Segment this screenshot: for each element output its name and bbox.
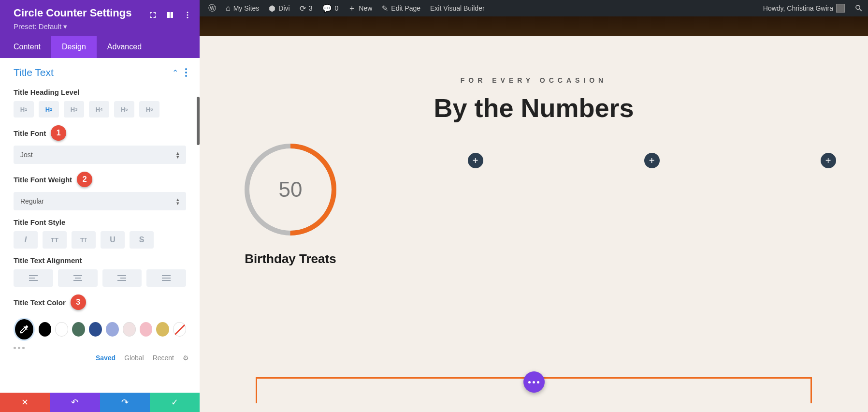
exit-vb-label: Exit Visual Builder [430, 4, 485, 12]
footer-recent[interactable]: Recent [153, 354, 174, 362]
divi-label: Divi [278, 4, 289, 12]
my-sites-link[interactable]: ⌂My Sites [221, 0, 264, 16]
sidebar-header: Circle Counter Settings Preset: Default … [0, 0, 200, 36]
redo-button[interactable]: ↷ [100, 393, 150, 412]
annotation-1: 1 [51, 125, 66, 141]
svg-point-2 [187, 17, 188, 18]
tab-advanced[interactable]: Advanced [97, 36, 152, 58]
page-banner [200, 16, 868, 36]
select-arrows-icon: ▴▾ [176, 197, 179, 205]
updates-icon: ⟳ [300, 4, 306, 13]
eyedropper-icon [19, 324, 29, 335]
expand-icon[interactable] [148, 11, 157, 19]
exit-vb-link[interactable]: Exit Visual Builder [425, 0, 490, 16]
tab-design[interactable]: Design [51, 36, 97, 58]
heading-h6[interactable]: H6 [139, 101, 159, 118]
wp-logo[interactable]: ⓦ [203, 0, 221, 16]
select-arrows-icon: ▴▾ [176, 151, 179, 159]
close-button[interactable]: ✕ [0, 393, 50, 412]
title-font-weight-label: Title Font Weight [14, 176, 72, 184]
color-swatch-gold[interactable] [156, 322, 169, 337]
style-underline[interactable]: U [101, 231, 125, 249]
heading-h3[interactable]: H3 [64, 101, 84, 118]
color-swatch-white[interactable] [55, 322, 68, 337]
title-font-label: Title Font [14, 129, 46, 137]
svg-point-1 [187, 15, 188, 16]
title-text-align-label: Title Text Alignment [14, 256, 186, 265]
title-font-weight-value: Regular [20, 197, 44, 205]
comments-count: 0 [335, 4, 339, 12]
settings-sidebar: Circle Counter Settings Preset: Default … [0, 0, 200, 412]
comments-link[interactable]: 💬0 [318, 0, 344, 16]
align-center[interactable] [58, 269, 98, 287]
preset-dropdown[interactable]: Preset: Default ▾ [14, 22, 192, 31]
settings-body: Title Text ⌃ Title Heading Level H1 H2 H… [0, 58, 200, 393]
page-preview: FOR EVERY OCCASION By the Numbers 50 Bir… [200, 36, 868, 412]
footer-global[interactable]: Global [124, 354, 144, 362]
color-swatch-black[interactable] [39, 322, 52, 337]
sidebar-action-bar: ✕ ↶ ↷ ✓ [0, 393, 200, 412]
more-options-icon[interactable] [0, 344, 200, 349]
settings-tabs: Content Design Advanced [0, 36, 200, 58]
title-font-style-label: Title Font Style [14, 218, 186, 226]
heading-h1[interactable]: H1 [14, 101, 34, 118]
svg-point-0 [187, 12, 188, 13]
title-text-color-label: Title Text Color [14, 298, 66, 307]
annotation-3: 3 [71, 294, 86, 310]
chevron-down-icon: ▾ [63, 22, 67, 30]
save-button[interactable]: ✓ [150, 393, 200, 412]
counter-value: 50 [242, 141, 339, 238]
my-sites-label: My Sites [233, 4, 260, 12]
howdy-label: Howdy, Christina Gwira [763, 4, 833, 12]
section-menu-fab[interactable] [523, 371, 545, 393]
color-swatch-blush[interactable] [123, 322, 136, 337]
color-swatch-periwinkle[interactable] [106, 322, 119, 337]
add-module-button[interactable]: + [821, 153, 836, 168]
align-right[interactable] [102, 269, 142, 287]
collapse-icon[interactable]: ⌃ [172, 68, 178, 77]
tab-content[interactable]: Content [0, 36, 51, 58]
sites-icon: ⌂ [226, 4, 231, 13]
title-font-value: Jost [20, 151, 33, 159]
divi-link[interactable]: ⬢Divi [264, 0, 294, 16]
style-strikethrough[interactable]: S [130, 231, 154, 249]
add-module-button[interactable]: + [644, 153, 660, 168]
search-icon [854, 4, 863, 13]
color-swatch-green[interactable] [72, 322, 85, 337]
preview-title: By the Numbers [200, 93, 868, 123]
avatar [836, 4, 845, 13]
align-justify[interactable] [146, 269, 186, 287]
columns-icon[interactable] [166, 11, 174, 19]
color-swatch-pink[interactable] [140, 322, 153, 337]
align-left[interactable] [14, 269, 53, 287]
counter-label: Birthday Treats [245, 251, 336, 266]
preview-subtitle: FOR EVERY OCCASION [200, 76, 868, 84]
annotation-2: 2 [77, 172, 92, 187]
edit-page-link[interactable]: ✎Edit Page [377, 0, 425, 16]
more-icon[interactable] [183, 11, 192, 19]
section-title-text[interactable]: Title Text [14, 67, 172, 78]
admin-search[interactable] [854, 4, 864, 13]
footer-saved[interactable]: Saved [96, 354, 116, 362]
heading-h5[interactable]: H5 [114, 101, 134, 118]
title-font-select[interactable]: Jost ▴▾ [14, 146, 186, 164]
undo-button[interactable]: ↶ [50, 393, 100, 412]
new-link[interactable]: ＋New [343, 0, 377, 16]
heading-h4[interactable]: H4 [89, 101, 109, 118]
color-swatch-none[interactable] [173, 322, 186, 337]
color-picker-eyedropper[interactable] [14, 318, 35, 341]
new-label: New [359, 4, 372, 12]
footer-gear-icon[interactable]: ⚙ [183, 354, 189, 362]
heading-h2[interactable]: H2 [39, 101, 59, 118]
edit-page-label: Edit Page [391, 4, 420, 12]
howdy-user[interactable]: Howdy, Christina Gwira [758, 0, 850, 16]
updates-link[interactable]: ⟳3 [295, 0, 318, 16]
style-italic[interactable]: I [14, 231, 38, 249]
circle-counter-module[interactable]: 50 Birthday Treats [242, 141, 339, 266]
color-swatch-navy[interactable] [89, 322, 102, 337]
title-font-weight-select[interactable]: Regular ▴▾ [14, 192, 186, 210]
section-more-icon[interactable] [185, 68, 187, 77]
style-smallcaps[interactable]: TT [72, 231, 96, 249]
style-uppercase[interactable]: TT [43, 231, 67, 249]
add-module-button[interactable]: + [468, 153, 483, 168]
